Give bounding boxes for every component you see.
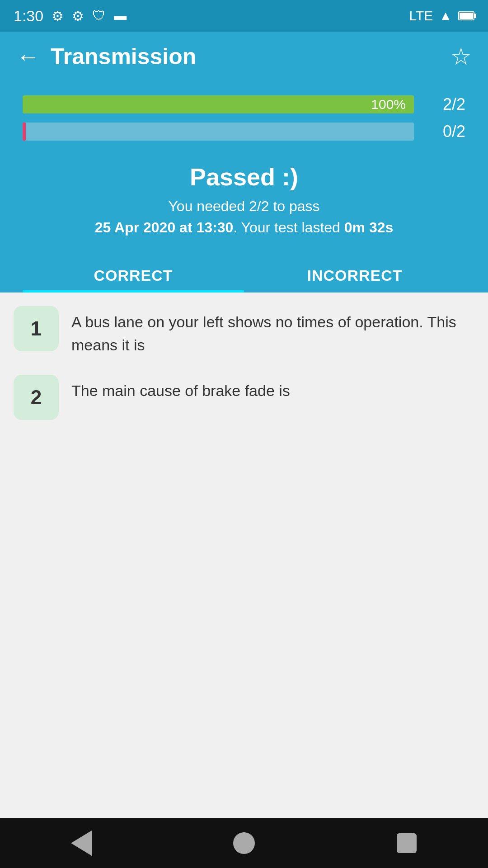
back-button[interactable]: ←	[16, 43, 40, 70]
result-subtitle: You needed 2/2 to pass	[23, 198, 465, 215]
back-nav-icon	[71, 830, 92, 856]
progress-fill-correct	[23, 95, 414, 113]
signal-icon: ▲	[439, 9, 452, 23]
status-left: 1:30 ⚙ ⚙ 🛡 ▬	[14, 7, 127, 25]
result-duration: 0m 32s	[344, 219, 394, 236]
nav-back-button[interactable]	[68, 830, 95, 857]
result-title: Passed :)	[23, 163, 465, 191]
question-text-2: The main cause of brake fade is	[71, 375, 290, 402]
shield-icon: 🛡	[92, 8, 106, 24]
progress-row-incorrect: 0/2	[23, 122, 465, 141]
result-duration-prefix: . Your test lasted	[233, 219, 344, 236]
status-bar: 1:30 ⚙ ⚙ 🛡 ▬ LTE ▲	[0, 0, 488, 32]
recent-nav-icon	[397, 833, 417, 853]
list-item: 1 A bus lane on your left shows no times…	[14, 306, 474, 357]
header: ← Transmission ☆	[0, 32, 488, 81]
lte-label: LTE	[409, 8, 433, 24]
tab-correct[interactable]: CORRECT	[23, 254, 244, 292]
question-number-2: 2	[14, 375, 59, 420]
passed-section: Passed :) You needed 2/2 to pass 25 Apr …	[23, 149, 465, 245]
gear-icon-1: ⚙	[52, 8, 64, 24]
nav-home-button[interactable]	[230, 830, 258, 857]
questions-list: 1 A bus lane on your left shows no times…	[0, 292, 488, 818]
progress-score-correct: 2/2	[425, 95, 465, 114]
favorite-button[interactable]: ☆	[450, 43, 472, 70]
progress-percent-correct: 100%	[371, 97, 406, 112]
tabs-container: CORRECT INCORRECT	[23, 254, 465, 292]
progress-row-correct: 100% 2/2	[23, 95, 465, 114]
status-time: 1:30	[14, 7, 43, 25]
header-left: ← Transmission	[16, 43, 196, 70]
question-text-1: A bus lane on your left shows no times o…	[71, 306, 474, 357]
blue-section: 100% 2/2 0/2 Passed :) You needed 2/2 to…	[0, 81, 488, 292]
nav-recent-button[interactable]	[393, 830, 420, 857]
progress-fill-incorrect	[23, 123, 414, 141]
result-date: 25 Apr 2020 at 13:30. Your test lasted 0…	[23, 219, 465, 236]
sim-icon: ▬	[114, 9, 127, 23]
page-title: Transmission	[51, 43, 196, 70]
nav-bar	[0, 818, 488, 868]
progress-score-incorrect: 0/2	[425, 122, 465, 141]
progress-red-marker	[23, 123, 26, 141]
battery-icon	[458, 11, 474, 20]
status-right: LTE ▲	[409, 8, 474, 24]
home-nav-icon	[233, 832, 255, 854]
result-date-text: 25 Apr 2020 at 13:30	[95, 219, 234, 236]
tab-incorrect[interactable]: INCORRECT	[244, 254, 465, 292]
gear-icon-2: ⚙	[72, 8, 84, 24]
progress-bar-correct: 100%	[23, 95, 414, 113]
progress-bar-incorrect	[23, 123, 414, 141]
question-number-1: 1	[14, 306, 59, 351]
list-item: 2 The main cause of brake fade is	[14, 375, 474, 420]
